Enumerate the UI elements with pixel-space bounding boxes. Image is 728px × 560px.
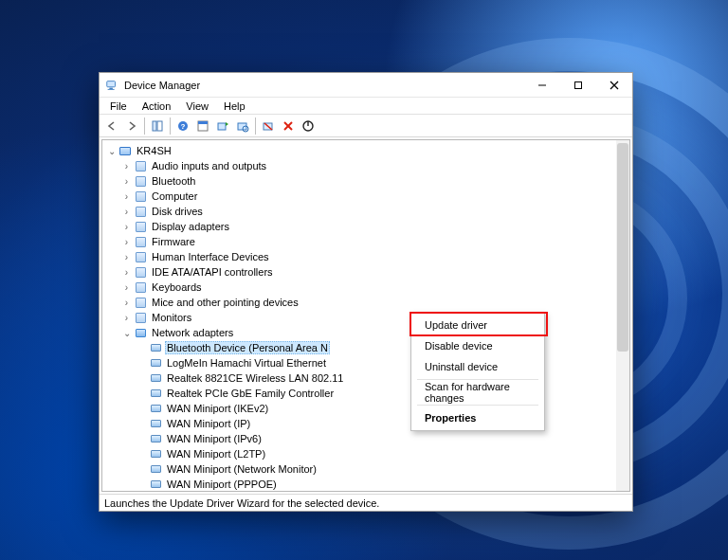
menubar: File Action View Help bbox=[100, 98, 632, 115]
app-icon bbox=[105, 79, 118, 92]
tree-label: Disk drives bbox=[150, 206, 205, 217]
tree-category[interactable]: ›Keyboards bbox=[106, 280, 616, 295]
tree-category[interactable]: ›IDE ATA/ATAPI controllers bbox=[106, 264, 616, 280]
ic-generic-icon bbox=[134, 174, 147, 188]
tree-category[interactable]: ›Disk drives bbox=[106, 204, 616, 219]
close-button[interactable] bbox=[596, 73, 632, 98]
ic-adapter-icon bbox=[149, 478, 162, 491]
toolbar-separator bbox=[255, 117, 256, 135]
expand-toggle[interactable]: › bbox=[121, 161, 132, 172]
tree-label: Human Interface Devices bbox=[150, 251, 271, 262]
forward-button[interactable] bbox=[122, 117, 141, 135]
ic-generic-icon bbox=[134, 296, 147, 309]
expand-toggle[interactable]: › bbox=[121, 252, 132, 262]
expand-toggle[interactable]: › bbox=[121, 313, 132, 323]
expand-toggle[interactable]: › bbox=[121, 191, 132, 202]
expand-toggle[interactable]: › bbox=[121, 222, 132, 232]
expand-toggle[interactable]: › bbox=[121, 237, 132, 247]
ctx-scan-hardware[interactable]: Scan for hardware changes bbox=[413, 382, 542, 403]
window-title: Device Manager bbox=[124, 80, 524, 91]
expand-toggle[interactable]: › bbox=[121, 298, 132, 308]
tree-category[interactable]: ›Audio inputs and outputs bbox=[106, 158, 616, 173]
tree-label: Network adapters bbox=[150, 327, 235, 338]
svg-rect-7 bbox=[153, 121, 156, 131]
ic-adapter-icon bbox=[149, 417, 162, 430]
tree-device[interactable]: WAN Miniport (IPv6) bbox=[106, 431, 616, 446]
disable-button[interactable] bbox=[279, 117, 298, 135]
toolbar-separator bbox=[144, 117, 145, 135]
tree-label: Monitors bbox=[150, 312, 193, 323]
tree-category[interactable]: ›Mice and other pointing devices bbox=[106, 295, 616, 310]
status-text: Launches the Update Driver Wizard for th… bbox=[104, 497, 379, 509]
ic-adapter-icon bbox=[149, 402, 162, 415]
toolbar: ? bbox=[100, 115, 632, 137]
svg-rect-2 bbox=[108, 88, 115, 89]
ic-adapter-icon bbox=[149, 387, 162, 400]
maximize-button[interactable] bbox=[560, 73, 596, 98]
tree-label: WAN Miniport (Network Monitor) bbox=[165, 463, 318, 475]
scrollbar-thumb[interactable] bbox=[617, 143, 628, 352]
show-hide-tree-button[interactable] bbox=[148, 117, 167, 135]
back-button[interactable] bbox=[102, 117, 121, 135]
tree-label: WAN Miniport (PPPOE) bbox=[165, 479, 279, 490]
menu-view[interactable]: View bbox=[179, 99, 215, 113]
update-driver-button[interactable] bbox=[213, 117, 232, 135]
expand-toggle[interactable]: › bbox=[121, 176, 132, 187]
ctx-properties[interactable]: Properties bbox=[413, 407, 542, 428]
menu-help[interactable]: Help bbox=[217, 99, 252, 113]
tree-label: Audio inputs and outputs bbox=[150, 160, 268, 172]
svg-rect-12 bbox=[198, 121, 208, 124]
expand-toggle[interactable]: ⌄ bbox=[106, 146, 117, 156]
svg-rect-4 bbox=[575, 81, 582, 88]
expand-toggle[interactable]: › bbox=[121, 207, 132, 217]
tree-category[interactable]: ›Firmware bbox=[106, 234, 616, 249]
ic-generic-icon bbox=[134, 265, 147, 279]
tree-label: Bluetooth bbox=[150, 175, 197, 187]
ic-generic-icon bbox=[134, 311, 147, 324]
ic-generic-icon bbox=[134, 205, 147, 218]
titlebar[interactable]: Device Manager bbox=[100, 73, 632, 98]
svg-rect-13 bbox=[218, 123, 226, 130]
ic-generic-icon bbox=[134, 159, 147, 172]
scan-hardware-button[interactable] bbox=[233, 117, 252, 135]
tree-view[interactable]: ⌄KR4SH›Audio inputs and outputs›Bluetoot… bbox=[101, 139, 630, 492]
tree-category[interactable]: ›Bluetooth bbox=[106, 173, 616, 189]
uninstall-button[interactable] bbox=[259, 117, 278, 135]
tree-root[interactable]: ⌄KR4SH bbox=[106, 143, 616, 158]
tree-category[interactable]: ›Human Interface Devices bbox=[106, 249, 616, 264]
ic-adapter-icon bbox=[149, 432, 162, 445]
tree-label: WAN Miniport (IKEv2) bbox=[165, 403, 270, 414]
tree-device[interactable]: WAN Miniport (L2TP) bbox=[106, 446, 616, 461]
tree-label: IDE ATA/ATAPI controllers bbox=[150, 266, 275, 278]
ctx-uninstall-device[interactable]: Uninstall device bbox=[413, 356, 542, 377]
tree-label: Mice and other pointing devices bbox=[150, 297, 300, 308]
ic-net-icon bbox=[134, 326, 147, 339]
properties-button[interactable] bbox=[193, 117, 212, 135]
help-button[interactable]: ? bbox=[173, 117, 192, 135]
ic-computer-icon bbox=[118, 144, 132, 157]
menu-action[interactable]: Action bbox=[136, 99, 178, 113]
menu-file[interactable]: File bbox=[103, 99, 134, 113]
tree-label: Display adapters bbox=[150, 221, 231, 232]
expand-toggle[interactable]: ⌄ bbox=[121, 328, 132, 338]
tree-label: WAN Miniport (IP) bbox=[165, 418, 252, 429]
svg-text:?: ? bbox=[181, 122, 186, 131]
power-icon-button[interactable] bbox=[299, 117, 318, 135]
expand-toggle[interactable]: › bbox=[121, 267, 132, 278]
context-menu: Update driver Disable device Uninstall d… bbox=[410, 312, 545, 431]
minimize-button[interactable] bbox=[524, 73, 560, 98]
svg-rect-1 bbox=[109, 87, 113, 88]
tree-device[interactable]: WAN Miniport (PPPOE) bbox=[106, 477, 616, 491]
tree-label: Keyboards bbox=[150, 281, 204, 293]
ctx-update-driver[interactable]: Update driver bbox=[413, 315, 542, 335]
vertical-scrollbar[interactable] bbox=[616, 140, 629, 491]
device-manager-window: Device Manager File Action View Help ? ⌄… bbox=[99, 72, 633, 512]
tree-category[interactable]: ›Display adapters bbox=[106, 219, 616, 234]
tree-device[interactable]: WAN Miniport (Network Monitor) bbox=[106, 461, 616, 477]
ctx-separator bbox=[417, 379, 538, 380]
expand-toggle[interactable]: › bbox=[121, 282, 132, 293]
ctx-disable-device[interactable]: Disable device bbox=[413, 335, 542, 356]
tree-category[interactable]: ›Computer bbox=[106, 189, 616, 204]
tree-label: Firmware bbox=[150, 236, 197, 247]
ic-generic-icon bbox=[134, 190, 147, 203]
